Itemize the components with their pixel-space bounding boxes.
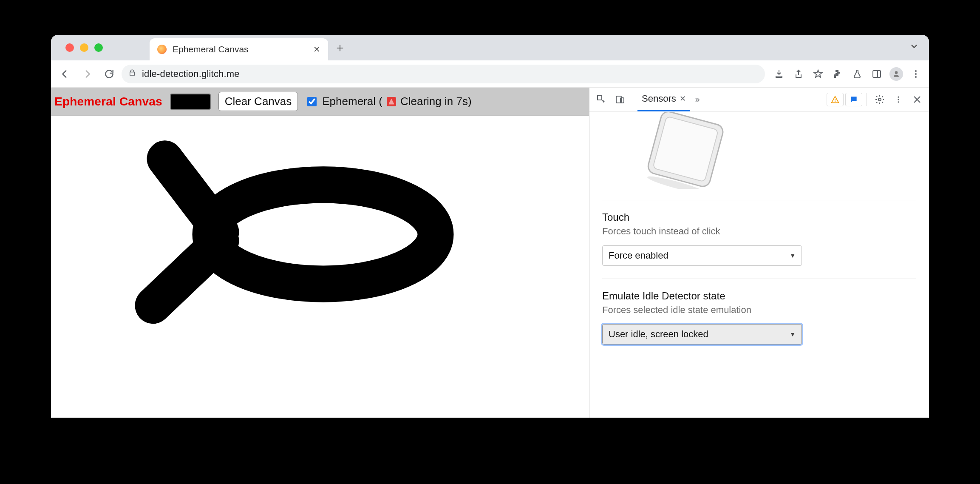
svg-point-5 <box>210 185 436 284</box>
bookmark-star-icon[interactable] <box>809 65 827 83</box>
install-app-icon[interactable] <box>770 65 788 83</box>
browser-menu-button[interactable] <box>907 65 925 83</box>
new-tab-button[interactable]: ＋ <box>331 40 348 56</box>
lock-icon <box>128 69 136 79</box>
toolbar-actions <box>770 65 925 83</box>
side-panel-icon[interactable] <box>868 65 886 83</box>
window-controls <box>65 43 103 52</box>
idle-select-value: User idle, screen locked <box>609 329 708 340</box>
svg-point-9 <box>835 101 836 102</box>
touch-select[interactable]: Force enabled ▼ <box>602 245 802 266</box>
app-toolbar: Ephemeral Canvas Clear Canvas Ephemeral … <box>51 88 589 116</box>
profile-avatar[interactable] <box>887 65 905 83</box>
devtools-header: Sensors ✕ » <box>589 88 929 111</box>
web-page: Ephemeral Canvas Clear Canvas Ephemeral … <box>51 88 589 418</box>
address-bar[interactable]: idle-detection.glitch.me <box>122 65 765 83</box>
svg-point-4 <box>915 76 917 78</box>
toolbar: idle-detection.glitch.me <box>51 60 929 88</box>
tab-strip: Ephemeral Canvas ✕ ＋ <box>51 35 929 60</box>
touch-title: Touch <box>602 211 916 223</box>
labs-icon[interactable] <box>848 65 866 83</box>
siren-icon <box>387 97 396 106</box>
clear-canvas-button[interactable]: Clear Canvas <box>218 92 298 111</box>
devtools-tabs-overflow[interactable]: » <box>693 94 702 104</box>
browser-window: Ephemeral Canvas ✕ ＋ idle-detection.glit… <box>51 35 929 418</box>
app-title: Ephemeral Canvas <box>54 95 162 108</box>
close-tab-icon[interactable]: ✕ <box>680 94 686 103</box>
touch-subtitle: Forces touch instead of click <box>602 226 916 237</box>
tabs-overflow-button[interactable] <box>909 42 919 54</box>
svg-point-12 <box>898 99 899 100</box>
close-tab-button[interactable]: ✕ <box>313 45 320 54</box>
tab-favicon <box>157 45 167 54</box>
svg-rect-0 <box>873 71 881 77</box>
device-orientation-preview[interactable] <box>602 115 916 200</box>
idle-select[interactable]: User idle, screen locked ▼ <box>602 324 802 344</box>
devtools-tabs: Sensors ✕ » <box>637 88 702 111</box>
idle-section: Emulate Idle Detector state Forces selec… <box>602 279 916 357</box>
ephemeral-checkbox[interactable] <box>307 97 317 106</box>
devtools-close-icon[interactable] <box>909 91 926 108</box>
extensions-icon[interactable] <box>829 65 847 83</box>
share-icon[interactable] <box>790 65 807 83</box>
drawing-canvas[interactable] <box>51 116 589 418</box>
ephemeral-toggle[interactable]: Ephemeral ( Clearing in 7s) <box>306 95 471 108</box>
svg-point-10 <box>878 98 881 101</box>
devtools-tab-label: Sensors <box>642 93 676 104</box>
close-window-button[interactable] <box>65 43 74 52</box>
reload-button[interactable] <box>99 64 119 84</box>
idle-title: Emulate Idle Detector state <box>602 290 916 302</box>
forward-button[interactable] <box>77 64 97 84</box>
inspect-element-icon[interactable] <box>593 91 610 108</box>
tab-title: Ephemeral Canvas <box>173 44 249 54</box>
devtools-settings-icon[interactable] <box>871 91 888 108</box>
touch-select-value: Force enabled <box>609 250 668 261</box>
issues-info-badge[interactable] <box>845 93 862 106</box>
svg-point-3 <box>915 73 917 75</box>
browser-tab[interactable]: Ephemeral Canvas ✕ <box>150 38 328 60</box>
devtools-body: Touch Forces touch instead of click Forc… <box>589 111 929 418</box>
color-swatch[interactable] <box>170 94 211 110</box>
issues-warning-badge[interactable] <box>827 93 844 106</box>
svg-point-13 <box>898 101 899 102</box>
ephemeral-label-suffix: Clearing in 7s) <box>400 95 472 108</box>
idle-subtitle: Forces selected idle state emulation <box>602 305 916 316</box>
chevron-down-icon: ▼ <box>790 331 796 338</box>
content: Ephemeral Canvas Clear Canvas Ephemeral … <box>51 88 929 418</box>
minimize-window-button[interactable] <box>80 43 88 52</box>
devtools-panel: Sensors ✕ » <box>589 88 929 418</box>
svg-point-11 <box>898 96 899 97</box>
chevron-down-icon: ▼ <box>790 252 796 259</box>
devtools-tab-sensors[interactable]: Sensors ✕ <box>637 88 690 111</box>
url-text: idle-detection.glitch.me <box>142 68 240 80</box>
maximize-window-button[interactable] <box>94 43 103 52</box>
touch-section: Touch Forces touch instead of click Forc… <box>602 200 916 279</box>
ephemeral-label-prefix: Ephemeral ( <box>322 95 382 108</box>
back-button[interactable] <box>55 64 75 84</box>
svg-point-2 <box>915 70 917 72</box>
device-toolbar-icon[interactable] <box>612 91 629 108</box>
devtools-menu-icon[interactable] <box>890 91 907 108</box>
